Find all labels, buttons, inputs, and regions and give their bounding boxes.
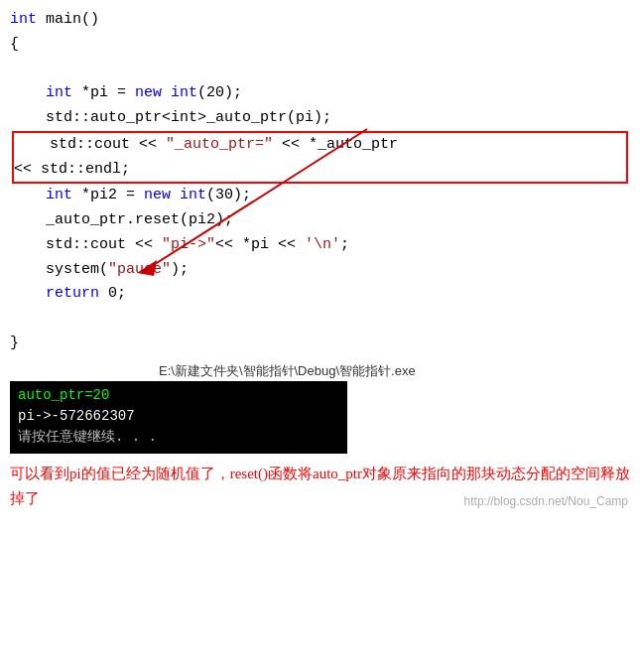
code-line-11: system("pause"); [10,258,630,283]
code-line-5: std::auto_ptr<int>_auto_ptr(pi); [10,106,630,131]
terminal-line-1: auto_ptr=20 [18,385,339,406]
code-line-14: } [10,332,630,356]
code-container: int main() { int *pi = new int(20); std:… [0,0,640,516]
code-line-2: { [10,33,630,58]
keyword-int: int [10,11,37,28]
code-area: int main() { int *pi = new int(20); std:… [0,0,640,360]
footer-url: http://blog.csdn.net/Nou_Camp [464,494,628,508]
code-line-3 [10,58,630,82]
func-name: main() [37,11,99,28]
terminal-line-3: 请按任意键继续. . . [18,427,339,448]
code-line-8: int *pi2 = new int(30); [10,184,630,208]
code-line-1: int main() [10,8,630,33]
terminal-line-2: pi->-572662307 [18,406,339,427]
code-line-7: << std::endl; [14,158,626,183]
code-line-10: std::cout << "pi->"<< *pi << '\n'; [10,233,630,258]
terminal-window: auto_ptr=20 pi->-572662307 请按任意键继续. . . [10,381,347,454]
highlight-box: std::cout << "_auto_ptr=" << *_auto_ptr … [12,131,628,185]
code-line-13 [10,307,630,332]
code-line-4: int *pi = new int(20); [10,81,630,106]
code-line-9: _auto_ptr.reset(pi2); [10,208,630,233]
code-line-12: return 0; [10,282,630,307]
highlight-region: std::cout << "_auto_ptr=" << *_auto_ptr … [10,131,630,185]
terminal-area: E:\新建文件夹\智能指针\Debug\智能指针.exe auto_ptr=20… [0,360,640,454]
terminal-path: E:\新建文件夹\智能指针\Debug\智能指针.exe [0,360,640,381]
terminal-wrapper: auto_ptr=20 pi->-572662307 请按任意键继续. . . [0,381,640,454]
code-line-6: std::cout << "_auto_ptr=" << *_auto_ptr [14,133,626,158]
